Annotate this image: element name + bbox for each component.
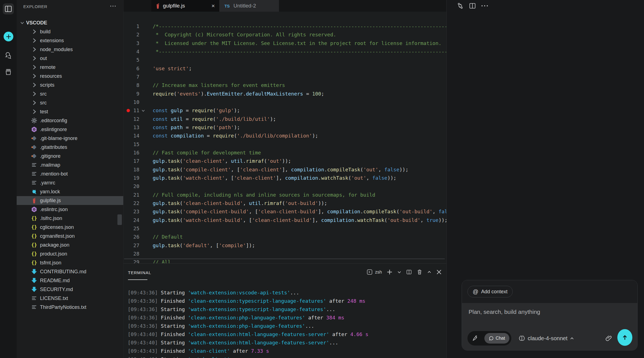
line-number: 26: [124, 233, 139, 241]
file-label: out: [40, 56, 47, 61]
folder-row-out[interactable]: out: [17, 54, 123, 63]
typescript-icon: TS: [224, 3, 230, 8]
file-row-.editorconfig[interactable]: .editorconfig: [17, 116, 123, 125]
line-number: 19: [124, 174, 139, 182]
file-row-README.md[interactable]: README.md: [17, 276, 123, 285]
plus-icon: [6, 34, 11, 39]
file-row-tsfmt.json[interactable]: {}tsfmt.json: [17, 258, 123, 267]
line-number: 5: [124, 56, 139, 64]
file-label: .gitignore: [40, 153, 61, 159]
chat-history-button[interactable]: [4, 51, 12, 59]
chat-panel-actions: [457, 2, 488, 9]
lines-icon: [31, 162, 37, 168]
new-chat-button[interactable]: [4, 32, 13, 41]
code-line-18: 18gulp.task('compile-client', ['clean-cl…: [124, 166, 446, 174]
pencil-icon[interactable]: [472, 335, 479, 342]
send-button[interactable]: [617, 329, 632, 346]
terminal-line: [09:43:40] Finished 'clean-extension:htm…: [128, 330, 368, 339]
brain-icon: [519, 335, 525, 342]
terminal-line: [09:43:36] Finished 'clean-extension:typ…: [128, 297, 368, 305]
close-tab-icon[interactable]: ×: [212, 2, 215, 9]
file-row-package.json[interactable]: {}package.json: [17, 241, 123, 249]
folder-row-remote[interactable]: remote: [17, 63, 123, 72]
terminal-line: [09:43:43] Finished 'clean-client' after…: [128, 347, 368, 355]
file-row-CONTRIBUTING.md[interactable]: CONTRIBUTING.md: [17, 267, 123, 276]
code-editor[interactable]: 1/*-------------------------------------…: [124, 12, 446, 263]
maximize-panel-button[interactable]: [427, 270, 431, 274]
file-row-cgmanifest.json[interactable]: {}cgmanifest.json: [17, 232, 123, 241]
file-row-SECURITY.md[interactable]: SECURITY.md: [17, 285, 123, 294]
file-row-.gitattributes[interactable]: .gitattributes: [17, 143, 123, 152]
terminal-lines[interactable]: [09:43:36] Starting 'watch-extension:vsc…: [128, 289, 368, 358]
shell-label[interactable]: zsh: [375, 270, 382, 275]
chevron-right-icon: [31, 91, 37, 97]
workspace-root-label: VSCODE: [26, 20, 47, 26]
chevron-right-icon: [31, 100, 37, 106]
new-terminal-button[interactable]: [387, 269, 393, 275]
chat-history-icon[interactable]: [457, 2, 464, 9]
json-icon: {}: [31, 242, 37, 248]
chat-mode-button[interactable]: Chat: [484, 333, 509, 344]
archive-button[interactable]: [4, 68, 12, 76]
file-row-.yarnrc[interactable]: .yarnrc: [17, 178, 123, 187]
file-row-product.json[interactable]: {}product.json: [17, 249, 123, 258]
code-line-7: 7: [124, 73, 446, 81]
toggle-sidebar-button[interactable]: [3, 3, 14, 14]
file-row-.gitignore[interactable]: .gitignore: [17, 152, 123, 161]
file-label: .git-blame-ignore: [40, 136, 77, 141]
split-terminal-button[interactable]: [406, 269, 412, 275]
explorer-more-actions-button[interactable]: [110, 5, 116, 7]
chevron-down-icon: [20, 21, 24, 25]
file-label: cglicenses.json: [40, 224, 74, 230]
split-panel-icon[interactable]: [469, 2, 476, 9]
file-row-yarn.lock[interactable]: yarn.lock: [17, 187, 123, 196]
horizontal-scrollbar[interactable]: [124, 259, 445, 259]
chat-bubble-icon: [489, 336, 494, 341]
tab-untitled-2[interactable]: TS Untitled-2: [219, 0, 279, 12]
folder-row-test[interactable]: test: [17, 107, 123, 116]
line-number: 8: [124, 81, 139, 89]
folder-row-extensions[interactable]: extensions: [17, 36, 123, 45]
file-row-.mention-bot[interactable]: .mention-bot: [17, 169, 123, 178]
archive-icon: [4, 68, 12, 76]
chat-input[interactable]: Plan, search, build anything Chat claude…: [462, 303, 637, 351]
mode-toggle[interactable]: Chat: [467, 331, 511, 346]
model-selector[interactable]: claude-4-sonnet: [519, 330, 574, 346]
kill-terminal-button[interactable]: [417, 269, 422, 275]
file-row-cglicenses.json[interactable]: {}cglicenses.json: [17, 223, 123, 232]
file-row-LICENSE.txt[interactable]: LICENSE.txt: [17, 294, 123, 303]
gulp-icon: [156, 3, 160, 9]
file-row-.eslintignore[interactable]: .eslintignore: [17, 125, 123, 134]
folder-row-build[interactable]: build: [17, 27, 123, 36]
file-row-.eslintrc.json[interactable]: .eslintrc.json: [17, 205, 123, 214]
folder-row-src[interactable]: src: [17, 98, 123, 107]
terminal-profile-dropdown[interactable]: [397, 270, 401, 274]
folder-row-src[interactable]: src: [17, 89, 123, 98]
file-label: tsfmt.json: [40, 260, 61, 266]
tab-gulpfile[interactable]: gulpfile.js ×: [151, 0, 219, 12]
close-panel-button[interactable]: [436, 269, 442, 275]
line-number: 13: [124, 123, 139, 132]
file-row-.git-blame-ignore[interactable]: .git-blame-ignore: [17, 134, 123, 143]
line-number: 3: [124, 39, 139, 47]
folder-row-resources[interactable]: resources: [17, 72, 123, 81]
workspace-root-row[interactable]: VSCODE: [17, 18, 123, 27]
code-line-4: 4 *-------------------------------------…: [124, 47, 446, 56]
chevron-right-icon: [31, 109, 37, 115]
folder-row-scripts[interactable]: scripts: [17, 81, 123, 89]
file-row-.lsifrc.json[interactable]: {}.lsifrc.json: [17, 214, 123, 223]
file-row-.mailmap[interactable]: .mailmap: [17, 161, 123, 169]
sidebar-scrollbar[interactable]: [117, 214, 122, 225]
file-row-gulpfile.js[interactable]: gulpfile.js: [17, 196, 123, 205]
json-icon: {}: [31, 260, 37, 266]
git-icon: [31, 153, 37, 159]
add-context-button[interactable]: @ Add context: [467, 286, 513, 297]
file-label: .lsifrc.json: [40, 216, 62, 221]
attach-file-button[interactable]: [605, 335, 612, 342]
folder-row-node_modules[interactable]: node_modules: [17, 45, 123, 54]
gear-icon: [31, 117, 37, 124]
more-actions-icon[interactable]: [481, 4, 488, 7]
file-row-ThirdPartyNotices.txt[interactable]: ThirdPartyNotices.txt: [17, 303, 123, 312]
fold-chevron-icon[interactable]: [141, 109, 145, 112]
terminal-tab[interactable]: TERMINAL: [128, 270, 151, 275]
